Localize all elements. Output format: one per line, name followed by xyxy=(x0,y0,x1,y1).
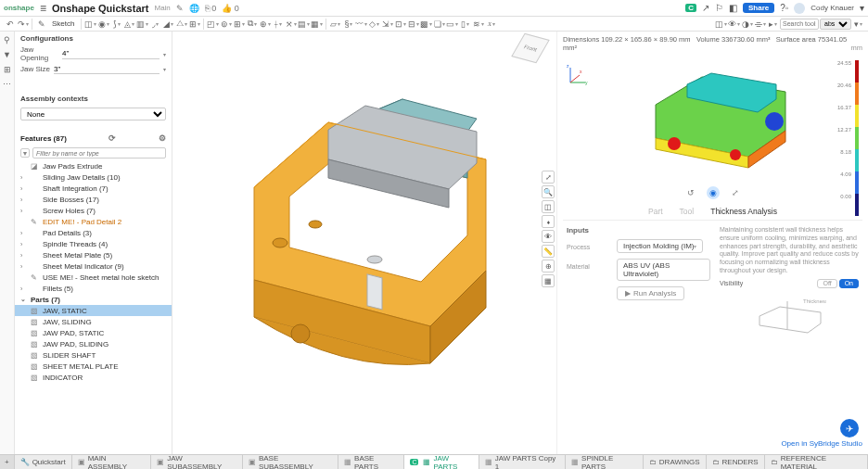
material-select[interactable]: ABS UV (ABS Ultraviolet) xyxy=(617,259,710,281)
variable-icon[interactable]: 𝑥 xyxy=(485,18,497,30)
offset-surface-icon[interactable]: ⊟ xyxy=(407,18,419,30)
doc-tab[interactable]: ▣BASE SUBASSEMBLY xyxy=(243,455,338,469)
part-row[interactable]: ▧SLIDER SHAFT xyxy=(15,349,172,361)
frame-icon[interactable]: ▯ xyxy=(459,18,471,30)
rail-config-icon[interactable]: ⚲ xyxy=(4,35,10,44)
doc-title[interactable]: Onshape Quickstart xyxy=(52,3,149,14)
feature-row[interactable]: ›Screw Holes (7) xyxy=(15,205,172,216)
sketch-button[interactable]: Sketch xyxy=(48,19,78,28)
delete-face-icon[interactable]: ▤ xyxy=(298,18,310,30)
filter-type-icon[interactable]: ▼ xyxy=(20,148,30,158)
sheet-metal-icon[interactable]: ▭ xyxy=(446,18,458,30)
part-row[interactable]: ▧JAW, SLIDING xyxy=(15,316,172,327)
doc-tab[interactable]: 🔧Quickstart xyxy=(15,455,72,469)
preview-reset-icon[interactable]: ↺ xyxy=(684,186,697,199)
fillet-icon[interactable]: ◞ xyxy=(149,18,161,30)
doc-tab[interactable]: C▦JAW PARTS xyxy=(404,455,479,469)
share-button[interactable]: Share xyxy=(743,3,774,13)
zoom-icon[interactable]: 🔍 xyxy=(542,185,555,198)
tab-thickness-analysis[interactable]: Thickness Analysis xyxy=(710,207,777,216)
process-select[interactable]: Injection Molding (IM) xyxy=(617,239,703,253)
help-fab[interactable]: ✈ xyxy=(840,419,859,437)
draft-icon[interactable]: ⧍ xyxy=(175,18,187,30)
menu-icon[interactable]: ≡ xyxy=(40,2,46,15)
composite-icon[interactable]: ≋ xyxy=(472,18,484,30)
shell-icon[interactable]: ◰ xyxy=(207,18,219,30)
feature-row[interactable]: ›Fillets (5) xyxy=(15,283,172,294)
parts-header[interactable]: ⌄Parts (7) xyxy=(15,294,172,305)
avatar[interactable] xyxy=(794,3,805,14)
feature-row[interactable]: ›Sliding Jaw Details (10) xyxy=(15,171,172,183)
help-icon[interactable]: ?◦ xyxy=(780,3,788,13)
doc-tab[interactable]: ▦BASE PARTS xyxy=(338,455,404,469)
measure-icon[interactable]: 📏 xyxy=(542,245,555,258)
part-row[interactable]: ▧JAW, STATIC xyxy=(15,305,172,316)
rib-icon[interactable]: ⊞ xyxy=(188,18,200,30)
iso-icon[interactable]: ⬧ xyxy=(542,215,555,228)
sketch-icon[interactable]: ✎ xyxy=(35,18,47,30)
rail-variables-icon[interactable]: ▼ xyxy=(3,50,11,59)
run-analysis-button[interactable]: ▶ Run Analysis xyxy=(617,286,684,300)
doc-branch[interactable]: Main xyxy=(154,4,170,12)
visibility-toggle[interactable]: Off On xyxy=(817,279,859,289)
config-jaw-opening[interactable]: Jaw Opening xyxy=(15,44,172,63)
feature-filter-input[interactable] xyxy=(32,147,166,158)
user-menu-chevron[interactable]: ▾ xyxy=(860,3,864,13)
features-settings-icon[interactable]: ⚙ xyxy=(159,133,166,143)
toolbar-overflow-icon[interactable]: ▾ xyxy=(852,18,864,30)
named-views-icon[interactable]: ▸ xyxy=(767,18,779,30)
split-icon[interactable]: ⟊ xyxy=(272,18,284,30)
history-icon[interactable]: ↗ xyxy=(702,3,709,13)
edit-title-icon[interactable]: ✎ xyxy=(176,4,184,13)
config-jaw-size[interactable]: Jaw Size xyxy=(15,63,172,75)
section-icon[interactable]: ◫ xyxy=(542,200,555,213)
part-row[interactable]: ▧JAW PAD, SLIDING xyxy=(15,338,172,349)
undo-icon[interactable]: ↶ xyxy=(4,18,16,30)
feature-row[interactable]: ›Side Bosses (17) xyxy=(15,194,172,205)
loft-icon[interactable]: ◬ xyxy=(123,18,135,30)
doc-tab[interactable]: ▣MAIN ASSEMBLY xyxy=(72,455,152,469)
config-jaw-opening-input[interactable] xyxy=(62,49,160,59)
extrude-icon[interactable]: ◫ xyxy=(84,18,96,30)
pattern-icon[interactable]: ⊞ xyxy=(233,18,245,30)
doc-tab[interactable]: 🗀REFERENCE MATERIAL xyxy=(765,455,868,469)
public-icon[interactable]: 🌐 xyxy=(189,4,199,13)
grid-icon[interactable]: ▦ xyxy=(542,274,555,287)
add-tab-button[interactable]: + xyxy=(0,455,15,469)
doc-tab[interactable]: ▣JAW SUBASSEMBLY xyxy=(151,455,243,469)
mirror-icon[interactable]: ⧉ xyxy=(246,18,258,30)
appearance-icon[interactable]: ◑ xyxy=(741,18,753,30)
assembly-context-select[interactable]: None xyxy=(20,108,166,120)
feature-row[interactable]: ›Sheet Metal Indicator (9) xyxy=(15,260,172,272)
doc-tab[interactable]: 🗀RENDERS xyxy=(707,455,765,469)
feature-row[interactable]: ›Pad Details (3) xyxy=(15,227,172,238)
features-rollback-icon[interactable]: ⟳ xyxy=(108,133,116,143)
rail-custom-icon[interactable]: ⊞ xyxy=(4,65,11,74)
transform-icon[interactable]: ⤧ xyxy=(285,18,297,30)
mass-props-icon[interactable]: ⊕ xyxy=(542,260,555,273)
hole-icon[interactable]: ⊚ xyxy=(220,18,232,30)
sweep-icon[interactable]: ⟆ xyxy=(110,18,122,30)
fit-view-icon[interactable]: ⤢ xyxy=(542,171,555,184)
replace-face-icon[interactable]: ⊡ xyxy=(394,18,406,30)
preview-colormap-icon[interactable]: ◉ xyxy=(707,186,720,199)
analysis-preview[interactable]: 24.5520.4616.3712.278.184.090.00 z y x ↺… xyxy=(563,55,862,203)
helix-icon[interactable]: § xyxy=(342,18,354,30)
chamfer-icon[interactable]: ◢ xyxy=(162,18,174,30)
collab-badge[interactable]: C xyxy=(685,4,696,12)
feature-row[interactable]: ◪Jaw Pads Extrude xyxy=(15,160,172,171)
thicken-icon[interactable]: ▥ xyxy=(136,18,148,30)
camera-icon[interactable]: ⌯ xyxy=(754,18,766,30)
enclose-icon[interactable]: ❏ xyxy=(433,18,445,30)
view-cube[interactable]: Front xyxy=(517,35,543,61)
hide-icon[interactable]: 👁 xyxy=(542,230,555,243)
units-select[interactable]: abs xyxy=(820,19,851,30)
boolean-icon[interactable]: ⊕ xyxy=(259,18,271,30)
search-tools-input[interactable] xyxy=(780,19,819,30)
part-row[interactable]: ▧SHEET METAL PLATE xyxy=(15,361,172,372)
bookmark-icon[interactable]: ⚐ xyxy=(715,3,723,13)
redo-icon[interactable]: ↷ xyxy=(17,18,29,30)
doc-tab[interactable]: 🗀DRAWINGS xyxy=(644,455,707,469)
feature-row[interactable]: ›Spindle Threads (4) xyxy=(15,238,172,249)
doc-tab[interactable]: ▦SPINDLE PARTS xyxy=(566,455,644,469)
